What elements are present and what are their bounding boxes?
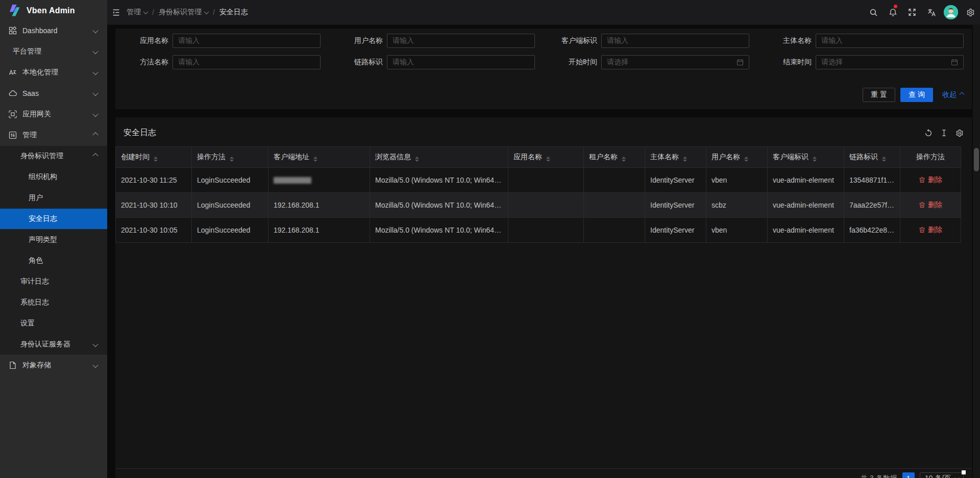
sidebar-item-平台管理[interactable]: 平台管理: [0, 41, 107, 62]
reset-button[interactable]: 重 置: [863, 88, 895, 102]
delete-button[interactable]: 删除: [919, 175, 942, 185]
table-cell: 2021-10-30 11:25: [116, 168, 192, 193]
user-menu[interactable]: [941, 0, 961, 24]
sort-icon[interactable]: [744, 157, 748, 162]
column-settings-gear-icon[interactable]: [955, 129, 964, 137]
sort-asc-caret: [154, 157, 158, 159]
cell-actions: 删除: [900, 168, 961, 193]
sidebar-item-角色[interactable]: 角色: [0, 250, 107, 271]
collapse-form-link[interactable]: 收起: [942, 90, 964, 99]
column-header-租户名称[interactable]: 租户名称: [584, 147, 645, 168]
sidebar-item-label: 声明类型: [29, 235, 57, 244]
text-input[interactable]: 请输入: [601, 34, 749, 48]
chevron-up-icon: [92, 153, 98, 159]
sort-icon[interactable]: [154, 157, 158, 162]
column-header-用户名称[interactable]: 用户名称: [706, 147, 768, 168]
sidebar-item-用户[interactable]: 用户: [0, 188, 107, 208]
column-header-主体名称[interactable]: 主体名称: [645, 147, 706, 168]
sort-icon[interactable]: [813, 157, 817, 162]
table-cell: [508, 193, 584, 218]
cell-client-address-redacted: [268, 168, 370, 193]
chevron-down-icon: [92, 69, 98, 75]
sort-asc-caret: [744, 157, 748, 159]
text-input[interactable]: 请输入: [173, 55, 321, 69]
table-cell: Mozilla/5.0 (Windows NT 10.0; Win64; ...: [370, 193, 508, 218]
sidebar-item-管理[interactable]: 管理: [0, 125, 107, 145]
sort-icon[interactable]: [313, 157, 317, 162]
notifications-button[interactable]: [883, 0, 902, 24]
sidebar-item-身份认证服务器[interactable]: 身份认证服务器: [0, 334, 107, 355]
sidebar-fold-button[interactable]: [107, 0, 127, 24]
refresh-icon[interactable]: [924, 129, 933, 137]
sort-icon[interactable]: [683, 157, 687, 162]
sort-icon[interactable]: [415, 157, 419, 162]
sidebar-item-声明类型[interactable]: 声明类型: [0, 230, 107, 250]
page-number-button[interactable]: 1: [902, 472, 915, 478]
sort-desc-caret: [546, 160, 550, 162]
translate-button[interactable]: [922, 0, 941, 24]
sidebar-item-Dashboard[interactable]: Dashboard: [0, 20, 107, 41]
sidebar-item-安全日志[interactable]: 安全日志: [0, 209, 107, 229]
search-button[interactable]: [864, 0, 883, 24]
column-header-操作方法[interactable]: 操作方法: [192, 147, 268, 168]
form-field-主体名称: 主体名称请输入: [767, 34, 964, 48]
sidebar-item-系统日志[interactable]: 系统日志: [0, 292, 107, 313]
delete-button[interactable]: 删除: [919, 225, 942, 235]
column-header-创建时间[interactable]: 创建时间: [116, 147, 192, 168]
text-input[interactable]: 请输入: [387, 34, 535, 48]
sidebar-item-Saas[interactable]: Saas: [0, 83, 107, 104]
row-height-icon[interactable]: [940, 129, 948, 137]
input-placeholder: 请输入: [178, 58, 200, 67]
date-picker-input[interactable]: 请选择: [601, 55, 749, 69]
sidebar-submenu-management: 身份标识管理组织机构用户安全日志声明类型角色审计日志系统日志设置身份认证服务器: [0, 146, 107, 355]
column-header-客户端标识[interactable]: 客户端标识: [768, 147, 844, 168]
sidebar-item-组织机构[interactable]: 组织机构: [0, 167, 107, 187]
page-scrollbar-track[interactable]: [973, 24, 980, 478]
settings-button[interactable]: [961, 0, 980, 24]
sort-asc-caret: [313, 157, 317, 159]
sidebar-item-本地化管理[interactable]: 本地化管理: [0, 62, 107, 83]
fullscreen-button[interactable]: [902, 0, 922, 24]
text-input[interactable]: 请输入: [387, 55, 535, 69]
column-header-客户端地址[interactable]: 客户端地址: [268, 147, 370, 168]
breadcrumb-item[interactable]: 身份标识管理: [159, 8, 208, 17]
sidebar-item-应用网关[interactable]: 应用网关: [0, 104, 107, 124]
sidebar-item-label: 管理: [22, 131, 37, 140]
page-size-select[interactable]: 10 条/页: [920, 472, 964, 478]
notification-bell-icon: [889, 8, 897, 17]
app-logo[interactable]: Vben Admin: [0, 0, 107, 21]
delete-button[interactable]: 删除: [919, 200, 942, 210]
breadcrumb-item[interactable]: 管理: [127, 8, 148, 17]
sidebar-item-对象存储[interactable]: 对象存储: [0, 355, 107, 375]
sort-icon[interactable]: [230, 157, 234, 162]
date-picker-input[interactable]: 请选择: [816, 55, 964, 69]
page-scrollbar-thumb[interactable]: [974, 148, 979, 171]
sidebar-item-label: 角色: [29, 256, 43, 265]
pagination-divider: [115, 468, 972, 469]
column-header-链路标识[interactable]: 链路标识: [844, 147, 900, 168]
menu-fold-icon: [112, 8, 120, 17]
query-button[interactable]: 查 询: [900, 88, 933, 102]
sidebar-item-设置[interactable]: 设置: [0, 313, 107, 334]
sort-icon[interactable]: [622, 157, 626, 162]
column-header-label: 应用名称: [513, 153, 542, 161]
sidebar-item-身份标识管理[interactable]: 身份标识管理: [0, 146, 107, 166]
text-input[interactable]: 请输入: [816, 34, 964, 48]
text-input[interactable]: 请输入: [173, 34, 321, 48]
translate-icon: [927, 8, 936, 17]
sidebar-item-审计日志[interactable]: 审计日志: [0, 271, 107, 292]
sidebar-item-label: 本地化管理: [22, 68, 58, 77]
column-header-label: 客户端标识: [773, 153, 808, 161]
sort-icon[interactable]: [882, 157, 886, 162]
column-header-浏览器信息[interactable]: 浏览器信息: [370, 147, 508, 168]
sidebar-item-label: 系统日志: [20, 298, 49, 307]
field-label: 结束时间: [767, 58, 812, 67]
field-label: 方法名称: [124, 58, 168, 67]
input-placeholder: 请选择: [607, 58, 628, 67]
delete-label: 删除: [928, 225, 942, 235]
column-header-应用名称[interactable]: 应用名称: [508, 147, 584, 168]
cell-actions: 删除: [900, 193, 961, 218]
table-cell: 13548871f13...: [844, 168, 900, 193]
sort-icon[interactable]: [546, 157, 550, 162]
input-placeholder: 请选择: [821, 58, 843, 67]
